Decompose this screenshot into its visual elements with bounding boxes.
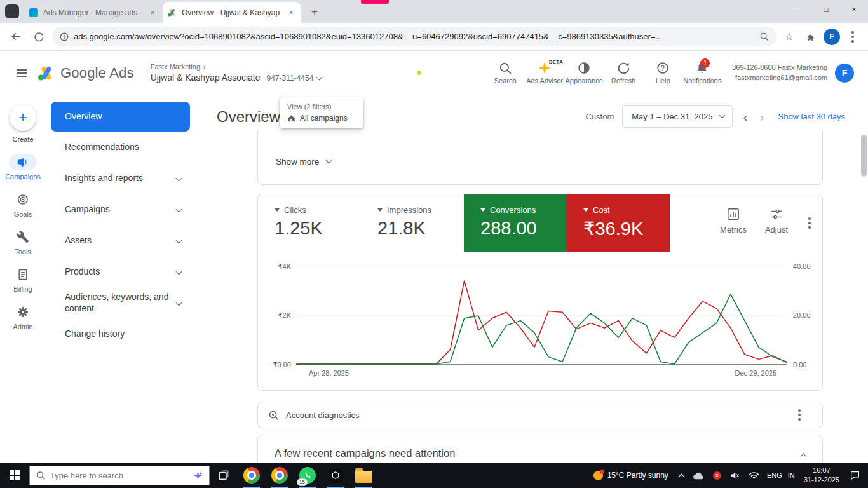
metric-dropdown-triangle-icon[interactable] xyxy=(583,208,588,212)
sync-error-tray-icon[interactable]: × xyxy=(709,463,726,488)
language-code: ENG xyxy=(767,471,782,479)
chart-options-kebab[interactable] xyxy=(797,217,822,229)
rail-item-admin[interactable]: Admin xyxy=(0,304,46,330)
nav-item-products[interactable]: Products xyxy=(51,256,190,287)
task-view-button[interactable] xyxy=(210,463,238,488)
collapse-section-button[interactable] xyxy=(801,447,806,461)
rail-item-billing[interactable]: Billing xyxy=(0,266,46,293)
overview-chart-svg xyxy=(296,266,787,365)
taskbar-search-input[interactable] xyxy=(50,471,188,480)
refresh-button[interactable]: Refresh xyxy=(604,62,643,85)
tab-close-icon[interactable]: × xyxy=(147,8,158,18)
site-info-icon[interactable] xyxy=(60,32,69,41)
taskbar-search[interactable] xyxy=(29,466,210,485)
zoom-search-icon[interactable] xyxy=(759,32,769,41)
notifications-button[interactable]: 1 Notifications xyxy=(682,62,722,85)
taskbar-whatsapp[interactable]: 15 xyxy=(294,463,322,488)
date-range-select[interactable]: May 1 – Dec 31, 2025 xyxy=(622,105,733,128)
ads-app-header: Google Ads Fastx Marketing› Ujjwal & Kas… xyxy=(0,51,868,95)
account-diagnostics-card[interactable]: Account diagnostics xyxy=(257,402,823,428)
window-close-button[interactable]: × xyxy=(840,0,868,19)
refresh-icon xyxy=(617,62,630,74)
date-range-value: May 1 – Dec 31, 2025 xyxy=(632,112,712,121)
show-more-button[interactable]: Show more xyxy=(276,157,331,166)
google-ads-logo[interactable]: Google Ads xyxy=(38,65,134,81)
show-last-30-days-link[interactable]: Show last 30 days xyxy=(778,112,845,121)
appearance-button[interactable]: Appearance xyxy=(564,62,604,85)
taskbar-chatgpt[interactable] xyxy=(322,463,349,488)
account-name[interactable]: Ujjwal & Kashyap Associate xyxy=(151,72,261,83)
header-search-button[interactable]: Search xyxy=(485,62,525,85)
rail-item-campaigns[interactable]: Campaigns xyxy=(0,154,46,180)
metric-dropdown-triangle-icon[interactable] xyxy=(480,208,485,212)
onedrive-tray-icon[interactable] xyxy=(688,463,709,488)
window-maximize-button[interactable]: □ xyxy=(812,0,840,19)
bookmark-star-icon[interactable]: ☆ xyxy=(780,28,798,46)
extensions-icon[interactable] xyxy=(802,28,820,46)
window-controls: ─ □ × xyxy=(784,0,868,19)
taskbar-chrome-2[interactable] xyxy=(266,463,294,488)
chevron-down-icon xyxy=(719,112,726,119)
page-title: Overview xyxy=(217,108,280,126)
nav-item-recommendations[interactable]: Recommendations xyxy=(51,132,190,163)
browser-menu-kebab-icon[interactable] xyxy=(844,28,862,46)
user-avatar[interactable]: F xyxy=(835,64,854,83)
campaign-filter-popup[interactable]: View (2 filters) All campaigns xyxy=(280,97,363,128)
tab-title: Ads Manager - Manage ads - C xyxy=(43,8,142,17)
reload-button[interactable] xyxy=(29,27,48,46)
date-next-button[interactable]: › xyxy=(757,110,766,123)
status-dot xyxy=(417,71,421,75)
taskbar-chrome-1[interactable] xyxy=(238,463,266,488)
adjust-button[interactable]: Adjust xyxy=(756,208,797,234)
hamburger-menu-icon[interactable] xyxy=(9,60,34,86)
taskbar-clock[interactable]: 16:07 31-12-2025 xyxy=(798,466,845,485)
nav-item-insights-and-reports[interactable]: Insights and reports xyxy=(51,163,190,194)
show-hidden-icons-button[interactable] xyxy=(675,463,688,488)
taskbar-file-explorer[interactable] xyxy=(349,463,377,488)
create-button[interactable]: + xyxy=(10,104,36,131)
account-switcher[interactable]: Fastx Marketing› Ujjwal & Kashyap Associ… xyxy=(151,63,322,83)
page-scrollbar-thumb[interactable] xyxy=(861,135,867,177)
diagnostics-kebab[interactable] xyxy=(787,409,812,421)
help-icon: ? xyxy=(656,62,669,74)
url-bar[interactable]: ads.google.com/aw/overview?ocid=10689010… xyxy=(52,27,776,46)
action-center-button[interactable] xyxy=(845,463,868,488)
chrome-icon xyxy=(271,467,288,484)
metric-tab-clicks[interactable]: Clicks 1.25K xyxy=(258,194,361,252)
language-indicator[interactable]: ENG IN xyxy=(764,471,798,479)
tab-close-icon[interactable]: × xyxy=(286,8,296,18)
tab-search-icon[interactable] xyxy=(5,4,19,18)
browser-profile-avatar[interactable]: F xyxy=(824,29,840,45)
url-text[interactable]: ads.google.com/aw/overview?ocid=10689010… xyxy=(74,32,754,41)
metric-tab-conversions[interactable]: Conversions 288.00 xyxy=(464,194,567,252)
nav-item-audiences-keywords-content[interactable]: Audiences, keywords, and content xyxy=(51,287,190,318)
date-prev-button[interactable]: ‹ xyxy=(741,110,749,123)
browser-tab-overview[interactable]: Overview - Ujjwal & Kashyap As × xyxy=(163,2,301,23)
browser-tab-ads-manager[interactable]: Ads Manager - Manage ads - C × xyxy=(24,2,163,23)
nav-item-overview[interactable]: Overview xyxy=(51,102,190,132)
product-name: Google Ads xyxy=(60,65,134,81)
back-button[interactable] xyxy=(6,27,25,46)
metric-dropdown-triangle-icon[interactable] xyxy=(377,208,383,212)
nav-item-campaigns[interactable]: Campaigns xyxy=(51,194,190,225)
metric-dropdown-triangle-icon[interactable] xyxy=(275,208,280,212)
chart-plot[interactable] xyxy=(296,266,787,365)
window-minimize-button[interactable]: ─ xyxy=(784,0,812,19)
new-tab-button[interactable]: + xyxy=(306,4,323,20)
breadcrumb[interactable]: Fastx Marketing xyxy=(151,63,200,71)
rail-item-tools[interactable]: Tools xyxy=(0,229,46,255)
nav-item-assets[interactable]: Assets xyxy=(51,225,190,256)
copilot-sparkle-icon[interactable] xyxy=(193,471,203,480)
metric-tab-impressions[interactable]: Impressions 21.8K xyxy=(361,194,464,252)
help-button[interactable]: ? Help xyxy=(643,62,682,85)
start-button[interactable] xyxy=(0,463,29,488)
metric-tab-cost[interactable]: Cost ₹36.9K xyxy=(567,194,670,252)
metrics-settings-button[interactable]: Metrics xyxy=(713,208,754,234)
volume-tray-icon[interactable] xyxy=(726,463,744,488)
date-controls: Custom May 1 – Dec 31, 2025 ‹ › Show las… xyxy=(585,105,845,128)
taskbar-weather[interactable]: 15°C Partly sunny xyxy=(587,471,675,480)
nav-item-change-history[interactable]: Change history xyxy=(51,318,190,349)
rail-item-goals[interactable]: Goals xyxy=(0,191,46,218)
network-tray-icon[interactable] xyxy=(744,463,764,488)
ads-advisor-button[interactable]: BETA Ads Advisor xyxy=(525,62,564,85)
